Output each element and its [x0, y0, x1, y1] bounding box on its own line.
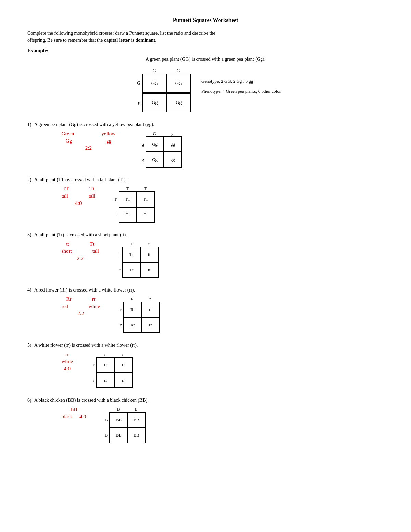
instructions-bold: capital letter is dominant [104, 38, 155, 43]
problem-5-c2: rr [114, 357, 132, 372]
problem-3-grid-r2: Tt tt [122, 262, 159, 278]
problem-6-desc-ratio: black 4:0 [62, 414, 86, 420]
example-header-row: G G [142, 68, 190, 74]
problem-5-header: r r [96, 351, 132, 357]
problem-5: 5) A white flower (rr) is crossed with a… [27, 343, 384, 388]
problem-1-number: 1) [27, 122, 32, 127]
problem-3-c4: tt [140, 262, 158, 277]
problem-5-grid-r1: rr rr [96, 357, 133, 372]
problems-container: 1) A green pea plant (Gg) is crossed wit… [27, 122, 384, 443]
problem-5-genotype1: rr [65, 351, 69, 357]
problem-1-grid-r2: Gg gg [146, 152, 182, 168]
example-col-header-1: G [142, 68, 166, 74]
instructions-text2: offspring. Be sure to remember that the [27, 38, 104, 43]
example-sentence: A green pea plant (GG) is crossed with a… [27, 57, 384, 62]
example-cell-4: Gg [167, 93, 191, 112]
problem-2-rlabel2: t [109, 212, 119, 218]
problem-1-results: Green yellow Gg gg 2:2 [62, 131, 115, 151]
problem-3-rlabel1: t [113, 252, 122, 257]
problem-6-row: 6) A black chicken (BB) is crossed with … [27, 398, 384, 443]
problem-6-number: 6) [27, 398, 32, 403]
problem-6-rlabel2: B [100, 433, 109, 438]
example-body: G GG GG g Gg Gg [130, 74, 191, 112]
problem-6-desc1: black [62, 414, 73, 420]
problem-1-c1: Gg [146, 137, 164, 152]
problem-5-desc1: white [62, 359, 73, 364]
problem-4-row1: r Rr rr [114, 302, 160, 317]
problem-1-row1: g Gg gg [136, 136, 182, 152]
example-punnett: G G G GG GG g Gg Gg [130, 68, 191, 112]
problem-2-c2: TT [137, 192, 154, 207]
problem-4-grid-r1: Rr rr [123, 302, 160, 317]
problem-1-punnett: G g g Gg gg g [136, 131, 182, 168]
example-row-1: G GG GG [130, 74, 191, 93]
problem-6-genotype1: BB [70, 407, 77, 412]
page-title: Punnett Squares Worksheet [27, 17, 384, 23]
example-cell-3: Gg [143, 93, 167, 112]
problem-3-row1: t Tt tt [113, 247, 159, 262]
problem-2-content-area: A tall plant (TT) is crossed with a tall… [34, 177, 384, 223]
problem-6-row1: B BB BB [100, 412, 146, 428]
phenotype-text: Phenotype: 4 Green pea plants; 0 other c… [201, 89, 281, 94]
problem-2-c4: Tt [137, 207, 154, 222]
problem-5-ratio: 4:0 [64, 366, 71, 372]
problem-3: 3) A tall plant (Tt) is crossed with a s… [27, 232, 384, 278]
problem-1-genotype2: gg [106, 138, 111, 144]
problem-3-results: tt Tt short tall 2:2 [62, 241, 99, 261]
problem-4-statement: A red flower (Rr) is crossed with a whit… [34, 287, 384, 293]
problem-6-c4: BB [127, 428, 145, 443]
problem-5-row: 5) A white flower (rr) is crossed with a… [27, 343, 384, 388]
example-col-header-2: G [166, 68, 190, 74]
problem-2-number: 2) [27, 177, 32, 183]
problem-1-row2: g Gg gg [136, 152, 182, 168]
problem-2-col2: T [136, 186, 154, 191]
problem-6-row2: B BB BB [100, 428, 146, 443]
example-cell-2: GG [167, 74, 191, 93]
problem-5-content-area: A white flower (rr) is crossed with a wh… [34, 343, 384, 388]
problem-6-col1: B [109, 407, 127, 412]
problem-6-punnett: B B B BB BB B [100, 407, 146, 443]
problem-3-ratio: 2:2 [77, 256, 84, 261]
problem-5-col2: r [114, 351, 132, 357]
problem-4: 4) A red flower (Rr) is crossed with a w… [27, 287, 384, 333]
problem-2-phenotypes-row: TT Tt [63, 186, 94, 192]
problem-4-grid-r2: Rr rr [123, 317, 160, 333]
problem-4-c3: Rr [124, 318, 141, 333]
instructions: Complete the following monohybrid crosse… [27, 29, 384, 44]
problem-2-genotype1: TT [63, 186, 69, 192]
problem-5-results: rr white 4:0 [62, 351, 73, 372]
problem-4-header: R r [123, 296, 159, 302]
problem-1-grid-r1: Gg gg [146, 136, 182, 152]
problem-5-c1: rr [97, 357, 114, 372]
problem-1-c2: gg [164, 137, 182, 152]
problem-5-grid-r2: rr rr [96, 372, 133, 388]
example-row-label-2: g [130, 100, 142, 106]
problem-5-row1: r rr rr [87, 357, 133, 372]
problem-4-rlabel1: r [114, 307, 123, 312]
example-label: Example: [27, 48, 384, 54]
example-grid-row1: GG GG [142, 74, 191, 93]
problem-3-row: 3) A tall plant (Tt) is crossed with a s… [27, 232, 384, 278]
problem-6-col2: B [127, 407, 145, 412]
problem-6-ratio: 4:0 [79, 414, 86, 420]
problem-4-col1: R [123, 296, 141, 302]
problem-4-number: 4) [27, 287, 32, 293]
problem-3-row2: t Tt tt [113, 262, 159, 278]
problem-6-c1: BB [110, 412, 127, 428]
problem-4-details: Rr rr red white 2:2 R r [34, 296, 384, 333]
problem-4-row2: r Rr rr [114, 317, 160, 333]
problem-5-rlabel1: r [87, 362, 96, 368]
problem-4-desc1: red [62, 304, 68, 309]
problem-1-rlabel1: g [136, 141, 146, 147]
problem-5-row2: r rr rr [87, 372, 133, 388]
problem-2-ratio: 4:0 [75, 200, 82, 206]
problem-3-desc1: short [62, 248, 72, 254]
problem-4-col2: r [141, 296, 159, 302]
problem-6: 6) A black chicken (BB) is crossed with … [27, 398, 384, 443]
problem-1-header: G g [146, 131, 181, 136]
problem-6-grid-r2: BB BB [109, 428, 146, 443]
problem-6-header: B B [109, 407, 145, 412]
problem-5-c3: rr [97, 373, 114, 388]
problem-6-details: BB black 4:0 B B B [34, 407, 384, 443]
problem-1-c3: Gg [146, 152, 164, 167]
